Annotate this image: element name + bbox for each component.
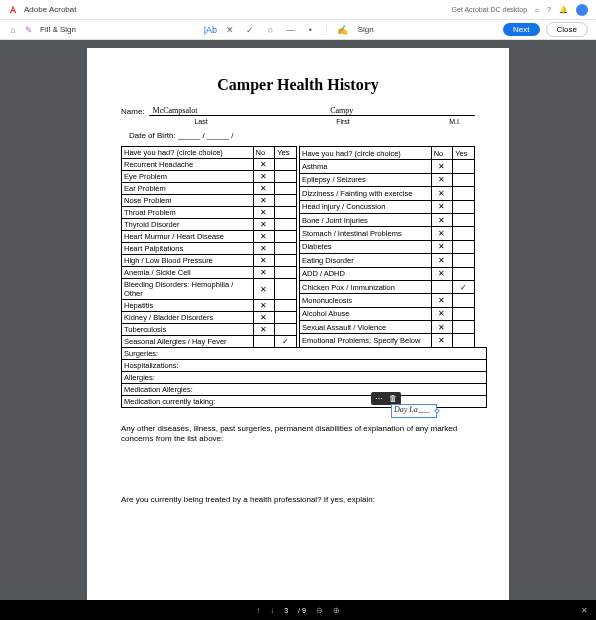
dob-label[interactable]: Date of Birth: _____ / _____ / [121,131,475,140]
no-cell[interactable]: ✕ [253,219,275,231]
close-button[interactable]: Close [546,22,588,37]
zoom-in-icon[interactable]: ⊕ [333,606,340,615]
document-canvas[interactable]: Camper Health History Name: McCampsalot … [0,40,596,600]
yes-cell[interactable] [275,207,297,219]
no-cell[interactable]: ✕ [431,294,453,307]
yes-cell[interactable] [453,213,475,226]
sign-label: Sign [358,25,374,34]
get-desktop-link[interactable]: Get Acrobat DC desktop [452,6,527,13]
no-cell[interactable]: ✕ [253,231,275,243]
no-cell[interactable]: ✕ [431,227,453,240]
signature-field[interactable]: Day La___ [391,404,437,418]
yes-cell[interactable] [275,243,297,255]
yes-cell[interactable] [453,267,475,280]
yes-cell[interactable] [453,321,475,334]
avatar[interactable] [576,4,588,16]
question-cell: Bleeding Disorders: Hemophilia / Other [122,279,254,300]
yes-cell[interactable] [275,159,297,171]
yes-cell[interactable] [275,300,297,312]
yes-cell[interactable] [453,173,475,186]
sign-tool-icon[interactable]: ✍ [338,25,348,35]
no-cell[interactable]: ✕ [431,187,453,200]
no-cell[interactable]: ✕ [431,240,453,253]
yes-cell[interactable] [275,183,297,195]
last-sublabel: Last [151,118,251,125]
no-cell[interactable]: ✕ [253,300,275,312]
no-cell[interactable]: ✕ [253,195,275,207]
no-cell[interactable]: ✕ [253,279,275,300]
page-current[interactable]: 3 [284,607,288,614]
page-up-icon[interactable]: ↑ [256,606,260,615]
no-cell[interactable]: ✕ [431,307,453,320]
no-cell[interactable]: ✕ [253,255,275,267]
no-cell[interactable]: ✕ [431,267,453,280]
lastname-value[interactable]: McCampsalot [153,106,198,115]
yes-cell[interactable]: ✓ [453,280,475,293]
fullrow-cell[interactable]: Medication Allergies: [122,384,487,396]
table-row: Seasonal Allergies / Hay Fever✓ [122,336,297,348]
yes-cell[interactable] [453,294,475,307]
yes-cell[interactable] [453,307,475,320]
no-cell[interactable]: ✕ [253,324,275,336]
search-icon[interactable]: ⌕ [535,6,539,13]
home-icon[interactable]: ⌂ [8,25,18,35]
no-cell[interactable] [431,280,453,293]
dot-tool-icon[interactable]: • [305,25,315,35]
yes-cell[interactable] [275,267,297,279]
no-cell[interactable]: ✕ [253,159,275,171]
yes-cell[interactable] [275,312,297,324]
footer-close-icon[interactable]: ✕ [581,606,588,615]
bell-icon[interactable]: 🔔 [559,6,568,14]
sig-delete-icon[interactable]: 🗑 [389,394,397,403]
fullrow-cell[interactable]: Surgeries: [122,348,487,360]
firstname-value[interactable]: Campy [330,106,353,115]
no-cell[interactable]: ✕ [431,334,453,348]
no-cell[interactable]: ✕ [431,254,453,267]
no-cell[interactable]: ✕ [253,267,275,279]
no-cell[interactable]: ✕ [253,183,275,195]
no-cell[interactable] [253,336,275,348]
question-cell: Stomach / Intestinal Problems [300,227,432,240]
yes-cell[interactable] [453,227,475,240]
yes-cell[interactable] [453,200,475,213]
no-cell[interactable]: ✕ [431,200,453,213]
mi-field[interactable] [435,115,475,116]
zoom-out-icon[interactable]: ⊖ [316,606,323,615]
fullrow-cell[interactable]: Allergies: [122,372,487,384]
next-button[interactable]: Next [503,23,539,36]
text-tool-icon[interactable]: |Ab [205,25,215,35]
yes-cell[interactable] [453,240,475,253]
no-cell[interactable]: ✕ [431,160,453,173]
no-cell[interactable]: ✕ [253,312,275,324]
yes-cell[interactable] [275,219,297,231]
circle-tool-icon[interactable]: ○ [265,25,275,35]
yes-cell[interactable] [275,324,297,336]
yes-cell[interactable] [453,254,475,267]
line-tool-icon[interactable]: — [285,25,295,35]
yes-cell[interactable] [453,187,475,200]
no-cell[interactable]: ✕ [431,321,453,334]
table-row: Dizziness / Fainting with exercise✕ [300,187,475,200]
yes-cell[interactable] [275,255,297,267]
yes-cell[interactable] [453,334,475,348]
sig-more-icon[interactable]: ⋯ [375,394,383,403]
help-icon[interactable]: ? [547,6,551,13]
no-cell[interactable]: ✕ [253,171,275,183]
no-cell[interactable]: ✕ [253,207,275,219]
no-cell[interactable]: ✕ [431,173,453,186]
yes-cell[interactable] [275,171,297,183]
yes-cell[interactable] [275,231,297,243]
yes-cell[interactable] [453,160,475,173]
yes-cell[interactable] [275,195,297,207]
fillsign-icon[interactable]: ✎ [24,25,34,35]
x-tool-icon[interactable]: ✕ [225,25,235,35]
fullrow-cell[interactable]: Hospitalizations: [122,360,487,372]
no-cell[interactable]: ✕ [431,213,453,226]
question-cell: Thyroid Disorder [122,219,254,231]
no-cell[interactable]: ✕ [253,243,275,255]
yes-cell[interactable] [275,279,297,300]
page-down-icon[interactable]: ↓ [270,606,274,615]
question-cell: Eye Problem [122,171,254,183]
check-tool-icon[interactable]: ✓ [245,25,255,35]
yes-cell[interactable]: ✓ [275,336,297,348]
